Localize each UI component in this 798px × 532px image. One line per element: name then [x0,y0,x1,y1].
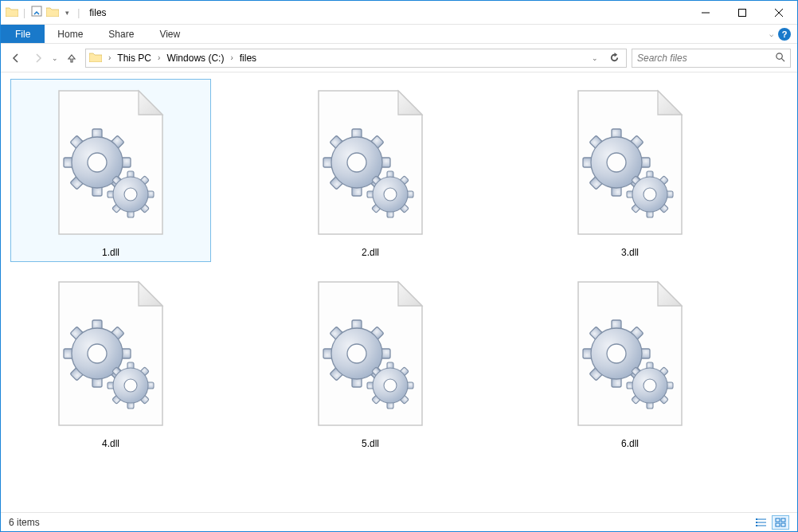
search-icon[interactable] [775,52,785,65]
ribbon-expand-icon[interactable]: ⌵ [769,30,773,38]
svg-point-36 [347,153,366,172]
status-bar: 6 items [1,512,797,531]
file-name-label: 1.dll [102,247,119,258]
back-button[interactable] [7,49,25,67]
qat-separator-2: | [77,7,80,18]
minimize-button[interactable] [687,1,724,25]
dll-file-icon [291,274,450,433]
dll-file-icon [550,83,710,242]
address-folder-icon [89,52,102,65]
svg-point-96 [347,344,366,363]
svg-rect-2 [739,9,746,16]
file-item[interactable]: 4.dll [10,270,211,453]
svg-point-16 [88,153,107,172]
file-item[interactable]: 6.dll [530,270,730,453]
refresh-button[interactable] [605,49,623,67]
dll-file-icon [550,274,710,433]
svg-rect-130 [756,518,757,520]
breadcrumb-folder[interactable]: files [237,53,260,64]
file-item[interactable]: 5.dll [270,270,471,453]
crumb-sep-root[interactable]: › [107,53,112,62]
titlebar: | ▾ | files [1,1,797,25]
search-input[interactable] [637,53,775,64]
breadcrumb-this-pc[interactable]: This PC [114,53,155,64]
svg-point-76 [88,344,107,363]
menubar: File Home Share View ⌵ ? [1,25,797,44]
help-button[interactable]: ? [778,28,791,41]
svg-point-26 [124,188,137,201]
details-view-button[interactable] [753,515,770,530]
file-name-label: 5.dll [362,438,379,449]
item-count-label: 6 items [9,517,40,528]
svg-point-56 [607,153,626,172]
icons-view-button[interactable] [772,515,789,530]
qat-folder-icon[interactable] [46,6,59,19]
svg-point-66 [643,188,656,201]
svg-point-126 [643,379,656,392]
file-name-label: 4.dll [102,438,119,449]
qat-properties-icon[interactable] [30,5,43,20]
file-name-label: 3.dll [621,247,639,258]
recent-locations-icon[interactable]: ⌄ [52,54,58,62]
share-tab[interactable]: Share [96,25,147,43]
svg-rect-135 [776,523,780,526]
crumb-sep-1[interactable]: › [156,53,162,62]
svg-point-46 [384,188,397,201]
file-name-label: 2.dll [362,247,379,258]
up-button[interactable] [63,49,80,67]
address-field[interactable]: › This PC › Windows (C:) › files ⌄ [85,49,627,68]
file-item[interactable]: 3.dll [530,79,730,262]
qat-separator: | [23,7,25,18]
svg-rect-136 [781,523,785,526]
address-dropdown-icon[interactable]: ⌄ [586,49,604,67]
file-tab[interactable]: File [1,25,45,43]
search-field[interactable] [632,49,791,68]
svg-point-116 [607,344,626,363]
window-title: files [89,7,106,18]
file-item[interactable]: 1.dll [10,79,211,262]
file-name-label: 6.dll [621,438,639,449]
maximize-button[interactable] [724,1,761,25]
svg-rect-133 [776,518,780,522]
svg-rect-132 [756,525,757,526]
svg-point-106 [384,379,397,392]
breadcrumb-drive[interactable]: Windows (C:) [163,53,227,64]
svg-line-6 [781,58,784,61]
forward-button[interactable] [29,49,47,67]
folder-icon [6,6,18,19]
home-tab[interactable]: Home [45,25,96,43]
svg-point-86 [124,379,137,392]
svg-rect-134 [781,518,785,522]
svg-rect-131 [756,522,757,523]
file-item[interactable]: 2.dll [270,79,471,262]
dll-file-icon [291,83,450,242]
file-grid: 1.dll [10,79,788,453]
dll-file-icon [31,83,190,242]
close-button[interactable] [761,1,797,25]
dll-file-icon [31,274,190,433]
view-tab[interactable]: View [147,25,193,43]
qat-dropdown-icon[interactable]: ▾ [62,9,72,17]
content-area[interactable]: 1.dll [1,72,797,512]
svg-point-5 [776,53,782,58]
address-bar: ⌄ › This PC › Windows (C:) › files ⌄ [1,44,797,72]
crumb-sep-2[interactable]: › [229,53,234,62]
